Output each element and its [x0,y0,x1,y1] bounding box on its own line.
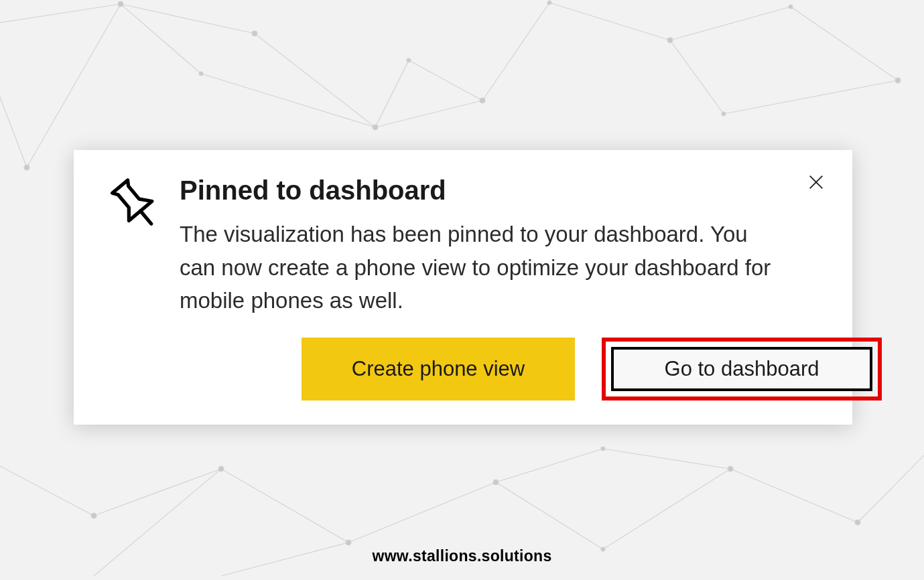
svg-line-20 [94,469,221,576]
svg-line-21 [348,482,496,542]
svg-point-36 [667,38,673,43]
svg-line-18 [221,469,348,542]
svg-line-23 [603,469,730,549]
pinned-dialog: Pinned to dashboard The visualization ha… [74,150,852,425]
svg-line-11 [549,3,670,40]
svg-point-41 [218,466,224,472]
svg-point-28 [118,1,123,7]
svg-line-14 [670,40,724,114]
svg-line-12 [670,7,791,40]
svg-point-32 [373,125,378,130]
svg-point-30 [252,31,257,36]
svg-point-38 [789,5,793,9]
close-icon [807,173,826,192]
svg-line-10 [482,3,549,100]
svg-point-47 [855,520,860,525]
svg-line-26 [496,449,603,482]
svg-line-16 [0,455,94,516]
svg-line-17 [94,469,221,516]
svg-line-0 [0,4,121,27]
svg-point-43 [493,480,499,485]
svg-line-6 [121,4,201,74]
svg-point-44 [601,547,605,551]
svg-line-5 [201,74,375,127]
watermark-text: www.stallions.solutions [372,547,551,565]
svg-point-31 [199,72,203,76]
svg-point-39 [895,78,901,83]
svg-line-8 [409,60,482,100]
dialog-body: The visualization has been pinned to you… [180,218,785,317]
svg-line-24 [730,469,858,522]
svg-point-40 [91,513,96,518]
svg-line-9 [375,100,482,127]
svg-line-25 [858,455,924,522]
svg-point-33 [407,58,411,62]
svg-point-42 [346,540,351,545]
svg-point-29 [24,165,29,170]
dialog-content: Pinned to dashboard The visualization ha… [101,170,826,317]
svg-point-45 [601,447,605,451]
dialog-title: Pinned to dashboard [180,175,785,206]
pin-icon [107,178,168,241]
svg-point-37 [722,112,726,116]
svg-line-15 [724,80,898,114]
svg-line-27 [603,449,730,469]
dialog-buttons: Create phone view Go to dashboard [302,338,882,401]
close-button[interactable] [803,169,830,196]
svg-line-2 [27,4,121,167]
go-to-dashboard-button[interactable]: Go to dashboard [611,347,872,391]
svg-point-34 [480,98,485,103]
svg-line-7 [375,60,409,127]
svg-line-19 [221,542,348,576]
svg-line-22 [496,482,603,549]
svg-line-3 [121,4,255,33]
svg-line-50 [141,211,151,224]
go-to-dashboard-highlight: Go to dashboard [602,338,882,401]
svg-line-1 [0,27,27,167]
create-phone-view-button[interactable]: Create phone view [302,338,575,401]
dialog-text: Pinned to dashboard The visualization ha… [168,170,826,317]
svg-line-13 [791,7,898,80]
svg-line-4 [255,33,375,127]
svg-point-35 [547,1,551,5]
svg-point-46 [728,466,733,472]
